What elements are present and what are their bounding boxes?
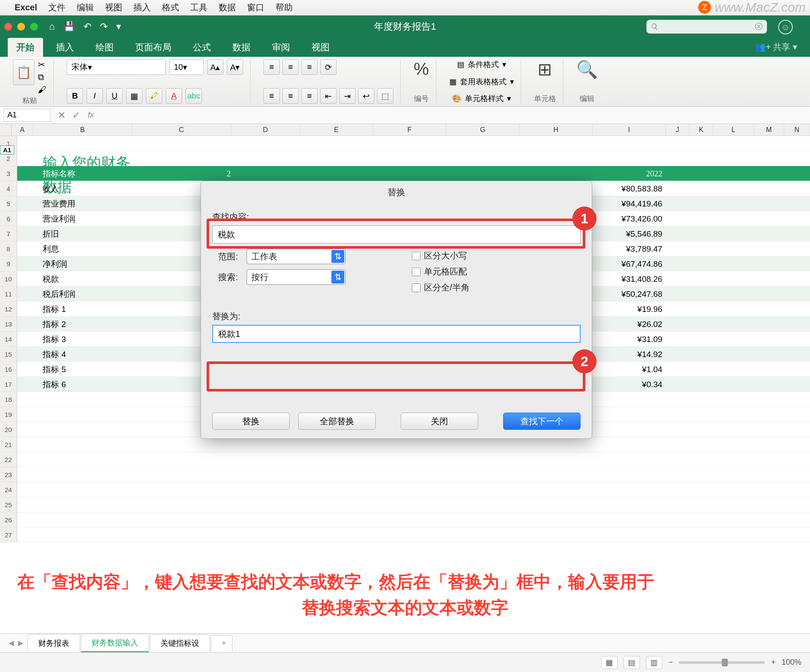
menu-format[interactable]: 格式 — [162, 2, 179, 13]
user-account-icon[interactable]: ☺ — [778, 20, 793, 34]
tab-view[interactable]: 视图 — [303, 38, 338, 57]
column-header-M[interactable]: M — [754, 124, 784, 136]
insert-cells-icon[interactable]: ⊞ — [538, 59, 552, 79]
replace-all-button[interactable]: 全部替换 — [298, 413, 376, 430]
orientation-icon[interactable]: ⟳ — [320, 59, 337, 75]
cell-style-button[interactable]: 🎨 单元格样式 ▾ — [452, 93, 511, 104]
fill-color-button[interactable]: 🖍 — [146, 88, 162, 104]
search-direction-select[interactable]: 按行⇅ — [247, 269, 346, 285]
search-box[interactable]: ⓧ — [646, 20, 767, 34]
column-header-B[interactable]: B — [33, 124, 132, 136]
scope-select[interactable]: 工作表⇅ — [247, 249, 346, 264]
bold-button[interactable]: B — [67, 88, 83, 104]
share-button[interactable]: 👥+ 共享 ▾ — [755, 41, 797, 53]
menu-insert[interactable]: 插入 — [133, 2, 151, 13]
add-sheet-button[interactable]: + — [211, 635, 232, 651]
column-header-H[interactable]: H — [519, 124, 593, 136]
redo-icon[interactable]: ↷ — [100, 21, 108, 32]
menu-window[interactable]: 窗口 — [247, 2, 264, 13]
column-header-C[interactable]: C — [132, 124, 231, 136]
align-top-icon[interactable]: ≡ — [263, 59, 280, 75]
close-window-icon[interactable] — [4, 23, 12, 31]
maximize-window-icon[interactable] — [30, 23, 38, 31]
font-color-button[interactable]: A — [166, 88, 182, 104]
align-left-icon[interactable]: ≡ — [263, 88, 280, 104]
match-width-checkbox[interactable]: 区分全/半角 — [412, 282, 470, 293]
qat-dropdown-icon[interactable]: ▾ — [116, 21, 121, 32]
undo-icon[interactable]: ↶ — [83, 21, 91, 32]
column-header-F[interactable]: F — [373, 124, 446, 136]
sheet-nav-next-icon[interactable]: ▶ — [18, 639, 23, 647]
close-button[interactable]: 关闭 — [401, 413, 478, 430]
normal-view-icon[interactable]: ▦ — [601, 656, 618, 669]
merge-cells-icon[interactable]: ⬚ — [377, 88, 393, 104]
paste-button[interactable]: 📋 — [13, 59, 34, 85]
font-size-select[interactable]: 10 ▾ — [169, 59, 204, 75]
cancel-formula-icon[interactable]: ✕ — [58, 110, 65, 121]
tab-layout[interactable]: 页面布局 — [127, 38, 180, 57]
page-break-view-icon[interactable]: ▥ — [646, 656, 662, 669]
column-header-E[interactable]: E — [300, 124, 373, 136]
column-header-G[interactable]: G — [446, 124, 519, 136]
save-icon[interactable]: 💾 — [63, 21, 75, 32]
underline-button[interactable]: U — [106, 88, 123, 104]
sheet-tab-1[interactable]: 财务报表 — [28, 634, 80, 652]
increase-indent-icon[interactable]: ⇥ — [339, 88, 356, 104]
tab-insert[interactable]: 插入 — [47, 38, 83, 57]
home-icon[interactable]: ⌂ — [49, 21, 55, 32]
sheet-nav-prev-icon[interactable]: ◀ — [9, 639, 14, 647]
find-next-button[interactable]: 查找下一个 — [503, 413, 581, 430]
menu-tools[interactable]: 工具 — [190, 2, 207, 13]
border-button[interactable]: ▦ — [126, 88, 142, 104]
align-bottom-icon[interactable]: ≡ — [301, 59, 318, 75]
find-icon[interactable]: 🔍 — [576, 59, 598, 80]
phonetic-button[interactable]: abc — [185, 88, 202, 104]
name-box[interactable]: A1 — [3, 109, 51, 122]
tab-home[interactable]: 开始 — [8, 38, 43, 57]
conditional-format-button[interactable]: ▤ 条件格式 ▾ — [457, 59, 506, 70]
column-header-J[interactable]: J — [666, 124, 689, 136]
column-header-D[interactable]: D — [231, 124, 300, 136]
column-header-I[interactable]: I — [593, 124, 666, 136]
font-name-select[interactable]: 宋体 ▾ — [67, 59, 166, 75]
confirm-formula-icon[interactable]: ✓ — [72, 110, 80, 121]
sheet-tab-2[interactable]: 财务数据输入 — [81, 634, 149, 653]
cut-icon[interactable]: ✂ — [38, 59, 46, 70]
align-center-icon[interactable]: ≡ — [282, 88, 299, 104]
align-middle-icon[interactable]: ≡ — [282, 59, 299, 75]
menu-data[interactable]: 数据 — [219, 2, 236, 13]
replace-input[interactable] — [212, 325, 581, 343]
number-format-icon[interactable]: % — [414, 59, 429, 79]
page-layout-view-icon[interactable]: ▤ — [624, 656, 640, 669]
menu-edit[interactable]: 编辑 — [77, 2, 94, 13]
italic-button[interactable]: I — [87, 88, 103, 104]
table-format-button[interactable]: ▦ 套用表格格式 ▾ — [449, 77, 514, 87]
clear-search-icon[interactable]: ⓧ — [755, 22, 763, 32]
menu-file[interactable]: 文件 — [48, 2, 65, 13]
match-cell-checkbox[interactable]: 单元格匹配 — [412, 266, 470, 277]
column-header-A[interactable]: A — [12, 124, 33, 136]
replace-button[interactable]: 替换 — [212, 413, 290, 430]
decrease-font-icon[interactable]: A▾ — [227, 59, 243, 75]
tab-formulas[interactable]: 公式 — [184, 38, 220, 57]
tab-draw[interactable]: 绘图 — [87, 38, 122, 57]
zoom-slider[interactable] — [679, 661, 765, 664]
tab-data[interactable]: 数据 — [224, 38, 259, 57]
column-header-N[interactable]: N — [784, 124, 810, 136]
match-case-checkbox[interactable]: 区分大小写 — [412, 250, 470, 262]
menu-view[interactable]: 视图 — [105, 2, 122, 13]
sheet-tab-3[interactable]: 关键指标设 — [150, 634, 210, 652]
align-right-icon[interactable]: ≡ — [301, 88, 318, 104]
decrease-indent-icon[interactable]: ⇤ — [320, 88, 337, 104]
wrap-text-icon[interactable]: ↩ — [358, 88, 374, 104]
find-input[interactable] — [212, 225, 581, 244]
fx-icon[interactable]: fx — [88, 111, 94, 120]
zoom-level[interactable]: 100% — [782, 658, 801, 667]
menu-help[interactable]: 帮助 — [275, 2, 293, 13]
tab-review[interactable]: 审阅 — [263, 38, 299, 57]
minimize-window-icon[interactable] — [17, 23, 25, 31]
column-header-K[interactable]: K — [689, 124, 713, 136]
column-header-L[interactable]: L — [713, 124, 754, 136]
zoom-out-icon[interactable]: − — [668, 658, 673, 667]
zoom-in-icon[interactable]: + — [771, 658, 776, 667]
